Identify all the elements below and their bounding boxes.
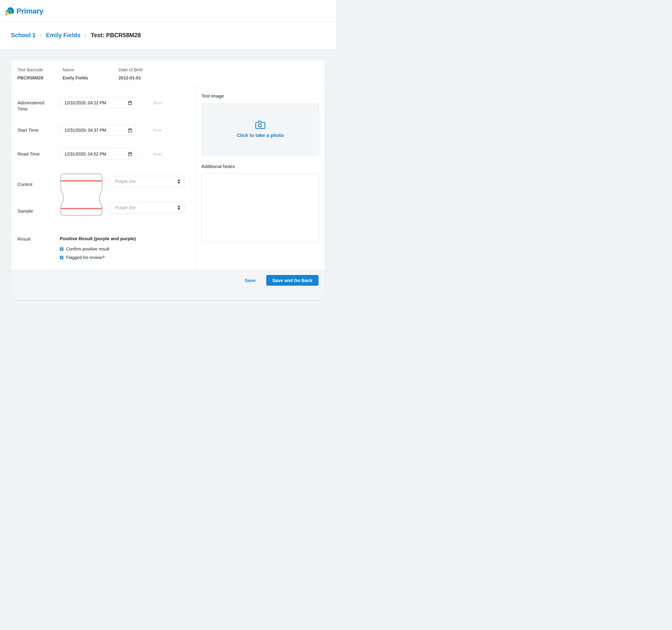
read-now-link[interactable]: Now <box>153 148 162 160</box>
app-header: Primary <box>0 0 336 21</box>
lines-section: Control Sample Purple line <box>18 173 196 216</box>
save-button[interactable]: Save <box>245 275 256 286</box>
additional-notes-input[interactable] <box>201 173 319 243</box>
control-line-select[interactable]: Purple line <box>110 176 185 187</box>
administered-now-link[interactable]: Now <box>153 97 162 108</box>
select-spinner-icon <box>177 205 181 210</box>
result-row: Result Positive Result (purple and purpl… <box>18 236 196 242</box>
primary-logo-cloud-icon <box>5 6 15 16</box>
info-value: PBCR58M28 <box>18 75 63 80</box>
sample-line-select[interactable]: Purple line <box>110 202 185 213</box>
sample-line-value: Purple line <box>115 205 177 210</box>
card-footer: Save Save and Go Back <box>11 269 325 300</box>
administered-time-row: Administered Time 12/31/2020, 04:22 PM N… <box>18 97 196 112</box>
take-photo-button[interactable]: Click to take a photo <box>201 103 319 155</box>
primary-logo[interactable]: Primary <box>5 6 43 16</box>
administered-time-label: Administered Time <box>18 97 60 112</box>
breadcrumb-link-patient[interactable]: Emily Fields <box>46 32 80 39</box>
camera-icon <box>255 120 266 129</box>
start-time-row: Start Time 12/31/2020, 04:37 PM Now <box>18 124 196 136</box>
sample-line <box>61 208 102 209</box>
checkbox-checked-icon: ✓ <box>61 247 63 251</box>
read-time-label: Read Time <box>18 148 60 157</box>
datetime-value: 12/31/2020, 04:22 PM <box>64 100 128 105</box>
patient-info-row: Test Barcode PBCR58M28 Name Emily Fields… <box>11 60 325 86</box>
breadcrumb-current: Test: PBCR58M28 <box>91 32 141 39</box>
save-and-go-back-button[interactable]: Save and Go Back <box>266 275 318 286</box>
logo-text: Primary <box>17 7 43 15</box>
calendar-icon <box>128 152 132 156</box>
administered-time-input[interactable]: 12/31/2020, 04:22 PM <box>60 97 136 108</box>
info-field-dob: Date of Birth 2012-01-01 <box>119 67 143 85</box>
test-card: Test Barcode PBCR58M28 Name Emily Fields… <box>11 60 325 300</box>
control-line-value: Purple line <box>115 179 177 184</box>
test-image-heading: Test Image <box>201 93 325 99</box>
result-text: Positive Result (purple and purple) <box>60 236 136 242</box>
info-field-name: Name Emily Fields <box>63 67 119 85</box>
calendar-icon <box>128 101 132 105</box>
start-time-input[interactable]: 12/31/2020, 04:37 PM <box>60 124 136 136</box>
info-value: 2012-01-01 <box>119 75 143 80</box>
info-label: Date of Birth <box>119 67 143 72</box>
sample-label: Sample <box>18 209 33 214</box>
confirm-positive-row: ✓ Confirm positive result <box>60 246 196 251</box>
test-cassette-illustration <box>60 173 103 216</box>
page: Primary School 1 › Emily Fields › Test: … <box>0 0 336 315</box>
flagged-review-label[interactable]: Flagged for review? <box>66 255 104 260</box>
card-body: Administered Time 12/31/2020, 04:22 PM N… <box>11 86 325 270</box>
control-label: Control <box>18 182 32 187</box>
flagged-review-checkbox[interactable]: ✓ <box>60 256 64 260</box>
right-panel: Test Image Click to take a photo Additio… <box>196 86 325 270</box>
info-value: Emily Fields <box>63 75 119 80</box>
datetime-value: 12/31/2020, 04:52 PM <box>64 152 128 156</box>
info-label: Name <box>63 67 119 72</box>
additional-notes-heading: Additional Notes <box>201 164 325 169</box>
breadcrumb-link-school[interactable]: School 1 <box>11 32 35 39</box>
chevron-right-icon: › <box>84 31 87 38</box>
info-field-barcode: Test Barcode PBCR58M28 <box>18 67 63 85</box>
start-time-label: Start Time <box>18 124 60 133</box>
select-spinner-icon <box>177 179 181 184</box>
test-form: Administered Time 12/31/2020, 04:22 PM N… <box>11 86 196 270</box>
take-photo-cta: Click to take a photo <box>237 132 284 138</box>
datetime-value: 12/31/2020, 04:37 PM <box>64 128 128 133</box>
info-label: Test Barcode <box>18 67 63 72</box>
read-time-input[interactable]: 12/31/2020, 04:52 PM <box>60 148 136 160</box>
chevron-right-icon: › <box>40 31 42 38</box>
checkbox-checked-icon: ✓ <box>61 256 63 259</box>
result-label: Result <box>18 236 60 242</box>
confirm-positive-checkbox[interactable]: ✓ <box>60 247 64 251</box>
control-line <box>61 180 102 181</box>
breadcrumb: School 1 › Emily Fields › Test: PBCR58M2… <box>0 21 336 49</box>
start-now-link[interactable]: Now <box>153 124 162 136</box>
flagged-review-row: ✓ Flagged for review? <box>60 255 196 260</box>
read-time-row: Read Time 12/31/2020, 04:52 PM Now <box>18 148 196 160</box>
calendar-icon <box>128 128 132 132</box>
confirm-positive-label[interactable]: Confirm positive result <box>66 246 110 251</box>
